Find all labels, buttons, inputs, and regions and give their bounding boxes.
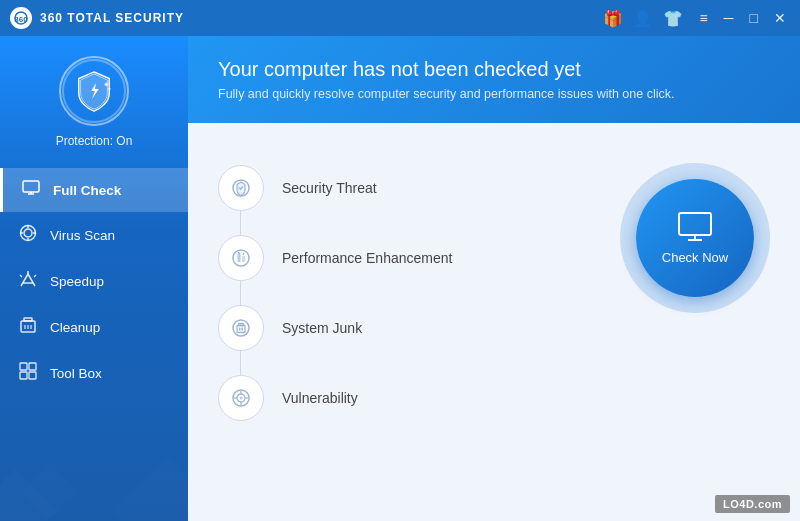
svg-point-2 — [105, 82, 109, 86]
svg-line-15 — [34, 275, 36, 277]
performance-icon — [218, 235, 264, 281]
sidebar-item-full-check[interactable]: Full Check — [0, 168, 188, 212]
cleanup-icon — [18, 316, 38, 338]
feature-vulnerability: Vulnerability — [218, 363, 590, 433]
title-icons: 🎁 👤 👕 — [603, 9, 683, 28]
security-threat-label: Security Threat — [282, 180, 377, 196]
window-controls: ≡ ─ □ ✕ — [695, 10, 790, 26]
sidebar-item-toolbox[interactable]: Tool Box — [0, 350, 188, 396]
sidebar-item-speedup[interactable]: Speedup — [0, 258, 188, 304]
protection-status: Protection: On — [56, 134, 133, 148]
performance-label: Performance Enhancement — [282, 250, 452, 266]
header-title: Your computer has not been checked yet — [218, 58, 770, 81]
svg-point-8 — [24, 229, 32, 237]
svg-rect-17 — [24, 318, 32, 321]
shield-icon — [73, 70, 115, 112]
speedup-icon — [18, 270, 38, 292]
system-junk-label: System Junk — [282, 320, 362, 336]
app-logo: 360 — [10, 7, 32, 29]
svg-rect-33 — [239, 324, 244, 326]
watermark: LO4D.com — [715, 495, 790, 513]
shirt-icon[interactable]: 👕 — [663, 9, 683, 28]
check-now-outer-ring: Check Now — [620, 163, 770, 313]
feature-performance: Performance Enhancement — [218, 223, 590, 293]
svg-line-30 — [243, 253, 244, 255]
svg-line-29 — [238, 252, 240, 254]
content-area: Your computer has not been checked yet F… — [188, 36, 800, 521]
svg-rect-44 — [679, 213, 711, 235]
sidebar-item-cleanup[interactable]: Cleanup — [0, 304, 188, 350]
svg-point-26 — [233, 250, 249, 266]
feature-list: Security Threat Performance Enhancement — [218, 153, 590, 433]
svg-rect-23 — [20, 372, 27, 379]
logo-area: 360 360 TOTAL SECURITY — [10, 7, 603, 29]
minimize-button[interactable]: ─ — [720, 10, 738, 26]
titlebar: 360 360 TOTAL SECURITY 🎁 👤 👕 ≡ ─ □ ✕ — [0, 0, 800, 36]
main-layout: Protection: On Full Check — [0, 36, 800, 521]
close-button[interactable]: ✕ — [770, 10, 790, 26]
feature-security-threat: Security Threat — [218, 153, 590, 223]
toolbox-label: Tool Box — [50, 366, 102, 381]
monitor-icon — [677, 212, 713, 244]
security-threat-icon — [218, 165, 264, 211]
content-header: Your computer has not been checked yet F… — [188, 36, 800, 123]
feature-system-junk: System Junk — [218, 293, 590, 363]
sidebar-decoration — [0, 441, 188, 521]
svg-rect-4 — [23, 181, 39, 192]
virus-scan-label: Virus Scan — [50, 228, 115, 243]
gift-icon[interactable]: 🎁 — [603, 9, 623, 28]
maximize-button[interactable]: □ — [746, 10, 762, 26]
vulnerability-icon — [218, 375, 264, 421]
svg-point-39 — [240, 397, 243, 400]
check-now-label: Check Now — [662, 250, 728, 265]
check-now-area: Check Now — [620, 153, 770, 313]
svg-text:360: 360 — [14, 15, 28, 24]
svg-point-3 — [108, 88, 111, 91]
protection-area: Protection: On — [0, 36, 188, 163]
content-body: Security Threat Performance Enhancement — [188, 123, 800, 521]
check-now-button[interactable]: Check Now — [636, 179, 754, 297]
menu-button[interactable]: ≡ — [695, 10, 711, 26]
speedup-label: Speedup — [50, 274, 104, 289]
shield-ring — [59, 56, 129, 126]
svg-rect-21 — [20, 363, 27, 370]
app-title: 360 TOTAL SECURITY — [40, 11, 184, 25]
sidebar-item-virus-scan[interactable]: Virus Scan — [0, 212, 188, 258]
vulnerability-label: Vulnerability — [282, 390, 358, 406]
full-check-label: Full Check — [53, 183, 121, 198]
header-subtitle: Fully and quickly resolve computer secur… — [218, 87, 770, 101]
sidebar: Protection: On Full Check — [0, 36, 188, 521]
toolbox-icon — [18, 362, 38, 384]
svg-rect-27 — [238, 254, 241, 262]
nav-items: Full Check Virus Scan — [0, 163, 188, 396]
cleanup-label: Cleanup — [50, 320, 100, 335]
svg-rect-24 — [29, 372, 36, 379]
full-check-icon — [21, 180, 41, 200]
svg-line-14 — [20, 275, 22, 277]
svg-rect-28 — [242, 256, 245, 262]
svg-rect-22 — [29, 363, 36, 370]
shield-container — [59, 56, 129, 126]
virus-scan-icon — [18, 224, 38, 246]
user-icon[interactable]: 👤 — [633, 9, 653, 28]
system-junk-icon — [218, 305, 264, 351]
